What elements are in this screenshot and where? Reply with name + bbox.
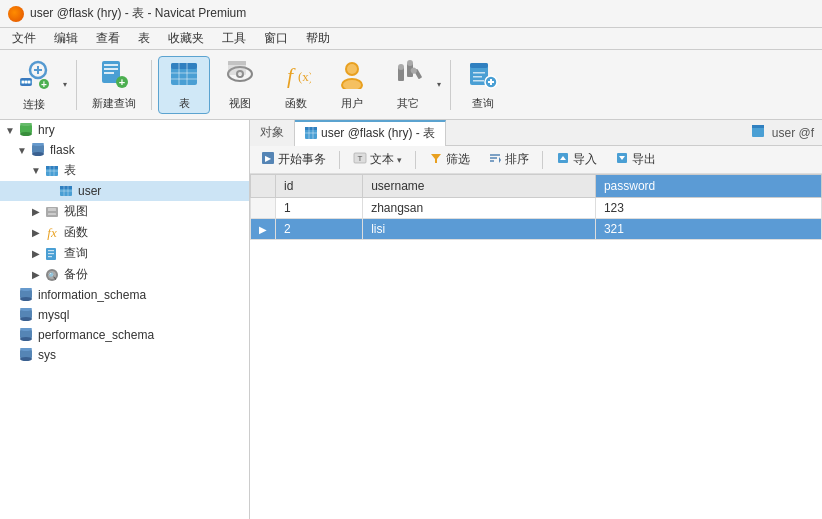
svg-point-81 bbox=[20, 337, 32, 341]
svg-text:f: f bbox=[287, 63, 296, 88]
row1-arrow bbox=[251, 198, 276, 219]
views-label: 视图 bbox=[64, 203, 88, 220]
func-button[interactable]: f (x) 函数 bbox=[270, 56, 322, 114]
sidebar: ▼ hry ▼ flask bbox=[0, 120, 250, 519]
sidebar-item-tables[interactable]: ▼ 表 bbox=[0, 160, 249, 181]
perf-schema-arrow bbox=[4, 330, 16, 341]
funcs-label: 函数 bbox=[64, 224, 88, 241]
tables-icon bbox=[44, 163, 60, 179]
other-toolbar-group: 其它 ▾ bbox=[382, 56, 444, 114]
view-label: 视图 bbox=[229, 96, 251, 111]
menu-item-表[interactable]: 表 bbox=[130, 28, 158, 49]
tables-arrow: ▼ bbox=[30, 165, 42, 176]
header-password[interactable]: password bbox=[595, 175, 821, 198]
sys-label: sys bbox=[38, 348, 56, 362]
row1-password[interactable]: 123 bbox=[595, 198, 821, 219]
sidebar-item-user[interactable]: user bbox=[0, 181, 249, 201]
sidebar-item-hry[interactable]: ▼ hry bbox=[0, 120, 249, 140]
queries-arrow: ▶ bbox=[30, 248, 42, 259]
main-area: ▼ hry ▼ flask bbox=[0, 120, 822, 519]
user-button[interactable]: 用户 bbox=[326, 56, 378, 114]
menu-item-收藏夹[interactable]: 收藏夹 bbox=[160, 28, 212, 49]
menu-item-查看[interactable]: 查看 bbox=[88, 28, 128, 49]
svg-rect-26 bbox=[228, 61, 246, 65]
svg-rect-68 bbox=[48, 253, 54, 254]
new-query-button[interactable]: + 新建查询 bbox=[83, 56, 145, 114]
filter-icon bbox=[429, 151, 443, 168]
svg-text:▶: ▶ bbox=[265, 154, 272, 163]
app-icon bbox=[8, 6, 24, 22]
hry-label: hry bbox=[38, 123, 55, 137]
svg-rect-17 bbox=[171, 63, 197, 69]
sort-icon bbox=[488, 151, 502, 168]
header-id[interactable]: id bbox=[276, 175, 363, 198]
queries-label: 查询 bbox=[64, 245, 88, 262]
row2-username[interactable]: lisi bbox=[363, 219, 596, 240]
backups-arrow: ▶ bbox=[30, 269, 42, 280]
export-btn[interactable]: 导出 bbox=[608, 148, 663, 171]
svg-rect-46 bbox=[488, 81, 494, 83]
view-button[interactable]: 视图 bbox=[214, 56, 266, 114]
sidebar-item-perf-schema[interactable]: performance_schema bbox=[0, 325, 249, 345]
separator-2 bbox=[151, 60, 152, 110]
filter-label: 筛选 bbox=[446, 151, 470, 168]
menu-item-编辑[interactable]: 编辑 bbox=[46, 28, 86, 49]
svg-rect-13 bbox=[104, 72, 114, 74]
svg-text:(x): (x) bbox=[298, 69, 311, 84]
query-icon bbox=[468, 59, 498, 94]
filter-btn[interactable]: 筛选 bbox=[422, 148, 477, 171]
begin-transaction-btn[interactable]: ▶ 开始事务 bbox=[254, 148, 333, 171]
svg-rect-42 bbox=[473, 76, 482, 78]
row1-id[interactable]: 1 bbox=[276, 198, 363, 219]
svg-marker-96 bbox=[431, 154, 441, 163]
menu-item-帮助[interactable]: 帮助 bbox=[298, 28, 338, 49]
backups-label: 备份 bbox=[64, 266, 88, 283]
menu-item-文件[interactable]: 文件 bbox=[4, 28, 44, 49]
sidebar-item-sys[interactable]: sys bbox=[0, 345, 249, 365]
sidebar-item-flask[interactable]: ▼ flask bbox=[0, 140, 249, 160]
svg-text:T: T bbox=[358, 154, 363, 163]
user-tree-arrow bbox=[44, 186, 56, 197]
other-icon bbox=[393, 59, 423, 94]
user-table-icon bbox=[58, 183, 74, 199]
svg-rect-40 bbox=[470, 63, 488, 68]
text-icon: T bbox=[353, 151, 367, 168]
other-button[interactable]: 其它 bbox=[382, 56, 434, 114]
svg-point-37 bbox=[407, 60, 413, 66]
import-btn[interactable]: 导入 bbox=[549, 148, 604, 171]
sort-label: 排序 bbox=[505, 151, 529, 168]
connect-button[interactable]: + 连接 bbox=[8, 56, 60, 114]
text-arrow[interactable]: ▾ bbox=[397, 155, 402, 165]
query-button[interactable]: 查询 bbox=[457, 56, 509, 114]
sidebar-item-mysql[interactable]: mysql bbox=[0, 305, 249, 325]
svg-text:+: + bbox=[119, 76, 125, 88]
sidebar-item-funcs[interactable]: ▶ fx 函数 bbox=[0, 222, 249, 243]
action-sep-2 bbox=[415, 151, 416, 169]
menubar: 文件编辑查看表收藏夹工具窗口帮助 bbox=[0, 28, 822, 50]
sort-btn[interactable]: 排序 bbox=[481, 148, 536, 171]
other-arrow[interactable]: ▾ bbox=[434, 56, 444, 114]
header-username[interactable]: username bbox=[363, 175, 596, 198]
row2-password[interactable]: 321 bbox=[595, 219, 821, 240]
row1-username[interactable]: zhangsan bbox=[363, 198, 596, 219]
tab-user-table[interactable]: user @flask (hry) - 表 bbox=[295, 120, 446, 146]
row2-id[interactable]: 2 bbox=[276, 219, 363, 240]
sidebar-item-info-schema[interactable]: information_schema bbox=[0, 285, 249, 305]
sidebar-item-backups[interactable]: ▶ 🔍 备份 bbox=[0, 264, 249, 285]
svg-point-31 bbox=[347, 64, 357, 74]
menu-item-窗口[interactable]: 窗口 bbox=[256, 28, 296, 49]
svg-point-4 bbox=[28, 80, 31, 83]
sidebar-item-queries[interactable]: ▶ 查询 bbox=[0, 243, 249, 264]
svg-rect-86 bbox=[305, 127, 317, 130]
begin-transaction-label: 开始事务 bbox=[278, 151, 326, 168]
connect-arrow[interactable]: ▾ bbox=[60, 56, 70, 114]
svg-rect-43 bbox=[473, 80, 484, 82]
menu-item-工具[interactable]: 工具 bbox=[214, 28, 254, 49]
table-button[interactable]: 表 bbox=[158, 56, 210, 114]
sidebar-item-views[interactable]: ▶ 视图 bbox=[0, 201, 249, 222]
view-icon bbox=[225, 59, 255, 94]
text-btn[interactable]: T 文本 ▾ bbox=[346, 148, 409, 171]
svg-point-78 bbox=[20, 317, 32, 321]
svg-point-36 bbox=[398, 64, 404, 70]
tab-objects[interactable]: 对象 bbox=[250, 120, 295, 146]
